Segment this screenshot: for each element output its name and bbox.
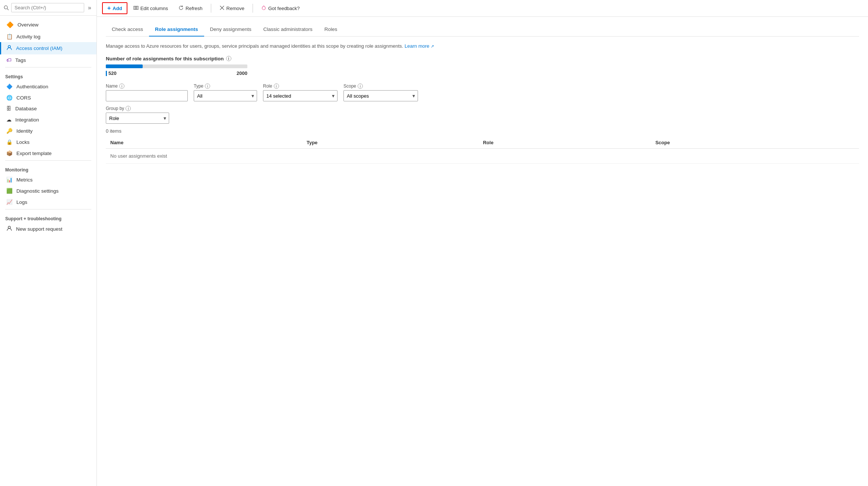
sidebar-item-label: Overview bbox=[18, 22, 38, 28]
feedback-button[interactable]: Got feedback? bbox=[257, 3, 304, 13]
divider-monitoring bbox=[5, 160, 91, 161]
groupby-select-wrapper: Role Type Name ▾ bbox=[106, 113, 169, 124]
feedback-label: Got feedback? bbox=[268, 6, 300, 11]
sidebar-item-logs[interactable]: 📈 Logs bbox=[0, 196, 96, 208]
scope-select[interactable]: All scopes This resource Inherited bbox=[343, 90, 418, 101]
sidebar-item-overview[interactable]: 🔶 Overview bbox=[0, 19, 96, 31]
description: Manage access to Azure resources for use… bbox=[106, 42, 859, 50]
activity-log-icon: 📋 bbox=[6, 34, 13, 40]
sidebar-item-new-support[interactable]: New support request bbox=[0, 223, 96, 235]
groupby-info-icon[interactable]: i bbox=[126, 106, 131, 111]
no-data-row: No user assignments exist bbox=[106, 149, 859, 164]
refresh-label: Refresh bbox=[186, 6, 203, 11]
integration-icon: ☁ bbox=[6, 117, 12, 123]
col-scope: Scope bbox=[651, 137, 859, 149]
add-button[interactable]: + Add bbox=[102, 2, 127, 14]
sidebar-item-cors[interactable]: 🌐 CORS bbox=[0, 92, 96, 103]
monitoring-section-label: Monitoring bbox=[0, 162, 96, 174]
learn-more-link[interactable]: Learn more ↗ bbox=[405, 43, 434, 49]
search-input[interactable] bbox=[11, 3, 84, 12]
tab-check-access[interactable]: Check access bbox=[106, 23, 149, 37]
groupby-filter-label: Group by i bbox=[106, 106, 169, 111]
collapse-button[interactable]: » bbox=[86, 4, 93, 12]
tags-icon: 🏷 bbox=[6, 57, 12, 63]
edit-columns-button[interactable]: Edit columns bbox=[129, 3, 172, 13]
col-role: Role bbox=[478, 137, 651, 149]
description-text: Manage access to Azure resources for use… bbox=[106, 43, 403, 49]
progress-max-value: 2000 bbox=[237, 70, 247, 76]
assignments-table: Name Type Role Scope No user assignments… bbox=[106, 137, 859, 164]
role-select[interactable]: 14 selected bbox=[263, 90, 338, 101]
role-info-icon[interactable]: i bbox=[274, 83, 279, 89]
svg-rect-5 bbox=[135, 6, 137, 9]
tab-classic-administrators[interactable]: Classic administrators bbox=[257, 23, 319, 37]
svg-rect-4 bbox=[134, 6, 135, 9]
sidebar-item-integration[interactable]: ☁ Integration bbox=[0, 114, 96, 125]
diagnostic-icon: 🟩 bbox=[6, 188, 13, 194]
progress-title-text: Number of role assignments for this subs… bbox=[106, 56, 224, 61]
col-name: Name bbox=[106, 137, 302, 149]
type-select[interactable]: All User Group Service principal Managed… bbox=[194, 90, 257, 101]
progress-bar-fill bbox=[106, 64, 143, 68]
sidebar-item-label: CORS bbox=[16, 95, 31, 101]
items-count: 0 items bbox=[106, 128, 121, 134]
groupby-select[interactable]: Role Type Name bbox=[106, 113, 169, 124]
feedback-icon bbox=[261, 5, 266, 12]
toolbar-separator-2 bbox=[253, 4, 253, 13]
support-icon bbox=[6, 225, 12, 233]
name-info-icon[interactable]: i bbox=[119, 83, 124, 89]
sidebar-item-access-control[interactable]: Access control (IAM) bbox=[0, 42, 96, 54]
groupby-label-text: Group by bbox=[106, 106, 124, 111]
svg-point-0 bbox=[4, 6, 7, 9]
role-select-wrapper: 14 selected ▾ bbox=[263, 90, 338, 101]
tab-role-assignments[interactable]: Role assignments bbox=[149, 23, 204, 37]
remove-button[interactable]: Remove bbox=[215, 3, 249, 13]
sidebar-item-label: New support request bbox=[16, 226, 63, 232]
refresh-button[interactable]: Refresh bbox=[174, 3, 207, 13]
role-label-text: Role bbox=[263, 83, 272, 89]
progress-section-title: Number of role assignments for this subs… bbox=[106, 56, 859, 61]
name-filter-input[interactable] bbox=[106, 90, 188, 101]
sidebar-item-authentication[interactable]: 🔷 Authentication bbox=[0, 81, 96, 92]
scope-info-icon[interactable]: i bbox=[358, 83, 363, 89]
tab-roles[interactable]: Roles bbox=[319, 23, 343, 37]
sidebar-item-label: Logs bbox=[16, 199, 27, 205]
progress-info-icon[interactable]: i bbox=[226, 56, 231, 61]
toolbar-separator-1 bbox=[211, 4, 211, 13]
sidebar-item-diagnostic-settings[interactable]: 🟩 Diagnostic settings bbox=[0, 185, 96, 196]
sidebar-item-metrics[interactable]: 📊 Metrics bbox=[0, 174, 96, 185]
locks-icon: 🔒 bbox=[6, 139, 13, 145]
sidebar-item-identity[interactable]: 🔑 Identity bbox=[0, 125, 96, 136]
main-content: + Add Edit columns Refresh Remove bbox=[97, 0, 868, 486]
sidebar-item-tags[interactable]: 🏷 Tags bbox=[0, 54, 96, 66]
search-icon bbox=[4, 5, 9, 10]
toolbar: + Add Edit columns Refresh Remove bbox=[97, 0, 868, 17]
overview-icon: 🔶 bbox=[6, 21, 14, 28]
sidebar-item-label: Diagnostic settings bbox=[16, 188, 58, 194]
sidebar-item-label: Access control (IAM) bbox=[16, 45, 63, 51]
groupby-row: Group by i Role Type Name ▾ bbox=[106, 106, 859, 124]
type-label-text: Type bbox=[194, 83, 203, 89]
filters-row: Name i Type i All User Group Service pri… bbox=[106, 83, 859, 101]
sidebar-item-label: Activity log bbox=[16, 34, 41, 40]
scope-filter-label: Scope i bbox=[343, 83, 418, 89]
type-filter-label: Type i bbox=[194, 83, 257, 89]
table-header: Name Type Role Scope bbox=[106, 137, 859, 149]
cors-icon: 🌐 bbox=[6, 95, 13, 101]
scope-filter-group: Scope i All scopes This resource Inherit… bbox=[343, 83, 418, 101]
refresh-icon bbox=[178, 5, 184, 12]
sidebar-item-locks[interactable]: 🔒 Locks bbox=[0, 136, 96, 148]
sidebar-item-export-template[interactable]: 📦 Export template bbox=[0, 148, 96, 159]
type-info-icon[interactable]: i bbox=[205, 83, 210, 89]
svg-point-2 bbox=[8, 45, 10, 48]
learn-more-label: Learn more bbox=[405, 43, 429, 49]
sidebar-item-database[interactable]: 🗄 Database bbox=[0, 103, 96, 114]
progress-bar-container bbox=[106, 64, 247, 68]
iam-icon bbox=[6, 45, 12, 52]
sidebar-item-label: Integration bbox=[15, 117, 39, 123]
tab-deny-assignments[interactable]: Deny assignments bbox=[204, 23, 257, 37]
metrics-icon: 📊 bbox=[6, 177, 13, 183]
sidebar-item-activity-log[interactable]: 📋 Activity log bbox=[0, 31, 96, 42]
sidebar-item-label: Identity bbox=[16, 128, 33, 134]
divider-support bbox=[5, 209, 91, 209]
